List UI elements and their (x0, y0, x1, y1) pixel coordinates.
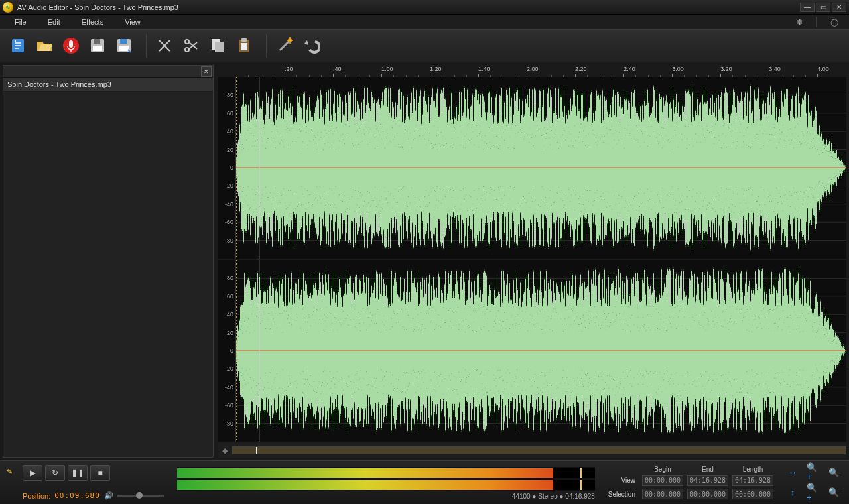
main-area: ✕ Spin Doctors - Two Princes.mp3 :20:401… (0, 62, 849, 460)
waveform-view[interactable]: 806040200-20-40-60-80 806040200-20-40-60… (218, 77, 846, 442)
edit-mode-pencil-icon[interactable]: ✎ (7, 468, 17, 478)
channel-right: 806040200-20-40-60-80 (218, 260, 846, 442)
transport-controls: ▶ ↻ ❚❚ ■ (23, 465, 164, 481)
selection-end[interactable]: 00:00.000 (687, 489, 728, 499)
selection-length[interactable]: 00:00.000 (732, 489, 773, 499)
col-begin: Begin (642, 466, 683, 473)
zoom-in-v-button[interactable]: 🔍+ (807, 487, 821, 499)
volume-slider[interactable] (117, 495, 164, 497)
svg-point-11 (185, 40, 189, 44)
menu-effects[interactable]: Effects (72, 16, 113, 28)
svg-rect-6 (93, 46, 102, 51)
menu-file[interactable]: File (5, 16, 36, 28)
minimize-button[interactable]: — (800, 3, 815, 12)
svg-point-1 (15, 40, 16, 42)
svg-rect-15 (241, 38, 247, 42)
row-selection-label: Selection (608, 491, 638, 498)
overview-playhead[interactable] (256, 447, 257, 454)
svg-rect-8 (120, 39, 127, 44)
speaker-icon[interactable]: 🔊 (104, 491, 113, 500)
waveform-canvas-right[interactable] (236, 260, 846, 442)
effects-wand-button[interactable] (273, 34, 296, 57)
zoom-controls: ↔ 🔍+ 🔍- ↕ 🔍+ 🔍- (785, 465, 842, 500)
selection-begin[interactable]: 00:00.000 (642, 489, 683, 499)
amplitude-scale-left: 806040200-20-40-60-80 (218, 77, 236, 259)
save-as-button[interactable] (113, 34, 135, 57)
menubar: File Edit Effects View ✽ ◯ (0, 15, 849, 29)
close-button[interactable]: ✕ (832, 3, 846, 12)
zoom-in-h-button[interactable]: 🔍+ (807, 466, 821, 478)
view-end[interactable]: 04:16.928 (687, 475, 728, 486)
col-end: End (687, 466, 728, 473)
toolbar-separator (146, 34, 147, 58)
time-ruler[interactable]: :20:401:001:201:402:002:202:403:003:203:… (218, 65, 846, 77)
window-title: AV Audio Editor - Spin Doctors - Two Pri… (17, 3, 800, 11)
scissors-icon[interactable] (180, 34, 202, 57)
toolbar-separator (266, 34, 267, 58)
maximize-button[interactable]: ▭ (816, 3, 830, 12)
paste-button[interactable] (233, 34, 255, 57)
sidebar-tabstrip: ✕ (3, 66, 213, 78)
svg-rect-13 (215, 42, 224, 52)
svg-rect-5 (94, 39, 100, 44)
copy-button[interactable] (206, 34, 229, 57)
file-list[interactable]: Spin Doctors - Two Princes.mp3 (3, 78, 213, 457)
view-length[interactable]: 04:16.928 (732, 475, 773, 486)
overview-track[interactable] (232, 446, 846, 454)
loop-button[interactable]: ↻ (45, 465, 65, 481)
zoom-out-h-button[interactable]: 🔍- (828, 466, 842, 478)
channel-left: 806040200-20-40-60-80 (218, 77, 846, 259)
range-grid: Begin End Length View 00:00.000 04:16.92… (608, 465, 773, 500)
open-file-button[interactable] (33, 34, 56, 57)
waveform-canvas-left[interactable] (236, 77, 846, 259)
cut-button[interactable] (153, 34, 176, 57)
svg-rect-9 (119, 46, 129, 51)
power-icon[interactable]: ◯ (829, 17, 840, 27)
play-button[interactable]: ▶ (23, 465, 42, 481)
view-begin[interactable]: 00:00.000 (642, 475, 683, 486)
position-label: Position: (23, 492, 50, 500)
toolbar (0, 29, 849, 62)
position-value: 00:09.680 (54, 491, 100, 500)
save-button[interactable] (86, 34, 109, 57)
new-file-button[interactable] (7, 34, 29, 57)
svg-rect-3 (69, 40, 73, 48)
app-logo-icon: ∿ (3, 2, 13, 13)
sidebar-close-button[interactable]: ✕ (201, 66, 212, 77)
undo-button[interactable] (300, 34, 322, 57)
row-view-label: View (608, 477, 638, 484)
titlebar: ∿ AV Audio Editor - Spin Doctors - Two P… (0, 0, 849, 15)
col-length: Length (732, 466, 773, 473)
settings-gear-icon[interactable]: ✽ (794, 17, 805, 27)
overview-visible-range[interactable] (233, 447, 846, 454)
overview-pin-icon[interactable]: ◆ (218, 446, 232, 455)
record-button[interactable] (60, 34, 82, 57)
transport-bar: ✎ ▶ ↻ ❚❚ ■ Position: 00:09.680 🔊 44100 ●… (0, 460, 849, 504)
zoom-out-v-button[interactable]: 🔍- (828, 487, 842, 499)
menu-separator (816, 17, 817, 27)
level-meter (177, 467, 595, 491)
file-sidebar: ✕ Spin Doctors - Two Princes.mp3 (3, 65, 214, 458)
zoom-fit-h-button[interactable]: ↔ (785, 466, 800, 478)
pause-button[interactable]: ❚❚ (68, 465, 88, 481)
svg-rect-16 (241, 43, 247, 50)
svg-point-10 (185, 48, 189, 52)
overview-strip: ◆ (218, 443, 846, 458)
stop-button[interactable]: ■ (90, 465, 110, 481)
file-item[interactable]: Spin Doctors - Two Princes.mp3 (3, 78, 213, 92)
zoom-fit-v-button[interactable]: ↕ (785, 487, 800, 499)
amplitude-scale-right: 806040200-20-40-60-80 (218, 260, 236, 442)
editor-area: :20:401:001:201:402:002:202:403:003:203:… (218, 65, 846, 458)
menu-view[interactable]: View (115, 16, 150, 28)
stream-info: 44100 ● Stereo ● 04:16.928 (177, 493, 595, 500)
menu-edit[interactable]: Edit (38, 16, 70, 28)
